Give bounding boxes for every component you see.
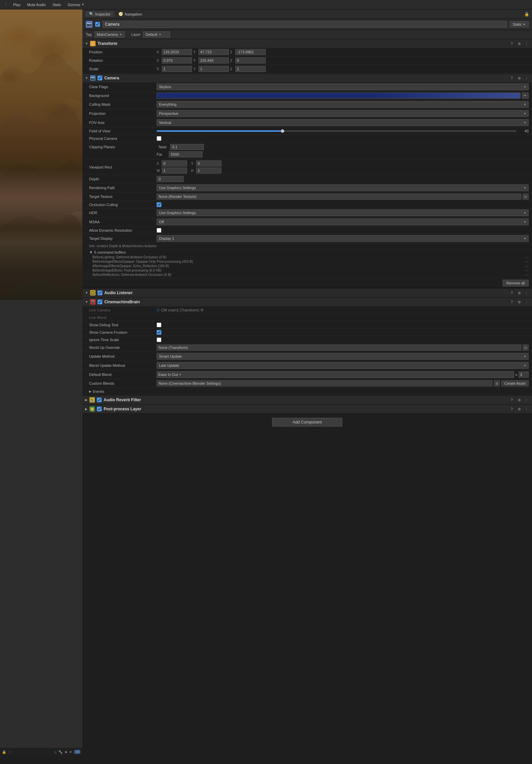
msaa-dropdown[interactable]: Off ▼ (157, 219, 529, 225)
events-row[interactable]: ▶ Events (82, 388, 532, 395)
play-button[interactable]: Play (10, 2, 23, 7)
vp-y-input[interactable] (196, 160, 221, 167)
live-camera-picker[interactable]: ⊙ (201, 308, 204, 312)
audio-reverb-check[interactable] (97, 398, 102, 402)
transform-more[interactable]: ⋮ (524, 41, 529, 46)
scene-more-icon[interactable]: ⋯ (8, 750, 11, 754)
camera-active-check[interactable] (98, 76, 102, 80)
clipping-far-input[interactable] (169, 151, 203, 157)
dynamic-resolution-checkbox[interactable] (157, 228, 161, 233)
camera-more[interactable]: ⋮ (524, 75, 529, 81)
vp-h-input[interactable] (196, 168, 221, 174)
clear-flags-dropdown[interactable]: Skybox ▼ (157, 83, 529, 90)
stats-button[interactable]: Stats (50, 2, 63, 7)
scale-y-input[interactable] (198, 66, 229, 72)
cinemachine-brain-header[interactable]: ▼ 🎬 CinemachineBrain ? ⚙ ⋮ (82, 298, 532, 306)
scene-edit-icon[interactable]: ✏ (70, 750, 72, 754)
audio-listener-more[interactable]: ⋮ (524, 290, 529, 296)
layer-dropdown[interactable]: Default ▼ (143, 31, 170, 37)
remove-all-button[interactable]: Remove all (503, 280, 529, 286)
camera-actions: ? ⚙ ⋮ (509, 75, 529, 81)
pos-x-input[interactable] (162, 49, 192, 55)
scene-lock-icon[interactable]: 🔒 (2, 750, 6, 754)
scene-tool-icon[interactable]: 🔧 (58, 750, 62, 754)
fov-axis-dropdown[interactable]: Vertical ▼ (157, 119, 529, 126)
mute-audio-button[interactable]: Mute Audio (24, 2, 48, 7)
rot-x-input[interactable] (162, 57, 192, 63)
tab-inspector[interactable]: 🔍 Inspector (85, 11, 114, 17)
transform-header[interactable]: ▼ ⬡ Transform ? ⚙ ⋮ (82, 39, 532, 48)
camera-settings[interactable]: ⚙ (516, 75, 522, 81)
transform-help[interactable]: ? (509, 41, 514, 46)
audio-listener-header[interactable]: ▼ 🎧 Audio Listener ? ⚙ ⋮ (82, 288, 532, 297)
physical-camera-checkbox[interactable] (157, 136, 161, 141)
blend-s-input[interactable] (518, 372, 529, 378)
add-component-button[interactable]: Add Component (272, 418, 343, 427)
background-color-field[interactable] (157, 93, 521, 99)
ignore-time-checkbox[interactable] (157, 337, 161, 342)
tag-dropdown[interactable]: MainCamera ▼ (95, 31, 125, 37)
cmd-buffers-header[interactable]: ▼ 5 command buffers (89, 250, 529, 254)
pos-x-field: X (157, 49, 192, 55)
fov-label: Field of View (89, 129, 157, 133)
gizmos-button[interactable]: Gizmos ▼ (65, 2, 87, 7)
show-debug-checkbox[interactable] (157, 323, 161, 327)
show-frustum-checkbox[interactable] (157, 330, 161, 335)
post-process-settings[interactable]: ⚙ (516, 406, 522, 412)
more-icon[interactable]: ⋮ (3, 2, 9, 7)
pos-y-input[interactable] (198, 49, 229, 55)
culling-mask-dropdown[interactable]: Everything ▼ (157, 101, 529, 108)
cinemachine-brain-help[interactable]: ? (509, 299, 514, 305)
audio-reverb-help[interactable]: ? (509, 397, 514, 403)
audio-reverb-more[interactable]: ⋮ (524, 397, 529, 403)
audio-reverb-settings[interactable]: ⚙ (516, 397, 522, 403)
post-process-more[interactable]: ⋮ (524, 406, 529, 412)
pos-z-input[interactable] (235, 49, 266, 55)
scene-home-icon[interactable]: ⌂ (54, 750, 56, 754)
update-method-dropdown[interactable]: Smart Update ▼ (157, 353, 529, 360)
occlusion-culling-checkbox[interactable] (157, 202, 161, 207)
audio-listener-help[interactable]: ? (509, 290, 514, 296)
static-button[interactable]: Static ▼ (510, 21, 529, 27)
hdr-dropdown[interactable]: Use Graphics Settings ▼ (157, 209, 529, 216)
scene-star-icon[interactable]: ★ (64, 750, 68, 754)
target-display-dropdown[interactable]: Display 1 ▼ (157, 235, 529, 242)
custom-blends-picker[interactable]: ⊙ (494, 380, 500, 386)
transform-settings[interactable]: ⚙ (516, 41, 522, 46)
depth-input[interactable] (157, 176, 184, 182)
live-camera-display: ⬡ CM vcam1 (Transform) ⊙ (157, 308, 204, 312)
audio-listener-settings[interactable]: ⚙ (516, 290, 522, 296)
post-process-header[interactable]: ▶ 🎨 Post-process Layer ? ⚙ ⋮ (82, 405, 532, 413)
fov-slider-track[interactable] (157, 130, 516, 132)
world-up-picker[interactable]: ⊙ (523, 345, 529, 351)
cinemachine-brain-settings[interactable]: ⚙ (516, 299, 522, 305)
background-color-picker[interactable]: ✏ (522, 93, 529, 99)
go-active-checkbox[interactable] (95, 22, 100, 27)
audio-listener-check[interactable] (98, 290, 102, 295)
target-texture-picker[interactable]: ⊙ (523, 194, 529, 200)
projection-dropdown[interactable]: Perspective ▼ (157, 110, 529, 117)
post-process-help[interactable]: ? (509, 406, 514, 412)
rot-y-input[interactable] (198, 57, 229, 63)
camera-help[interactable]: ? (509, 75, 514, 81)
tab-navigation[interactable]: 🧭 Navigation (114, 11, 146, 17)
clipping-near-input[interactable] (170, 144, 204, 150)
camera-header[interactable]: ▼ 📷 Camera ? ⚙ ⋮ (82, 74, 532, 82)
audio-reverb-header[interactable]: ▶ 🔊 Audio Reverb Filter ? ⚙ ⋮ (82, 396, 532, 404)
cinemachine-brain-check[interactable] (98, 300, 102, 304)
fov-slider-thumb[interactable] (281, 129, 284, 133)
rendering-path-dropdown[interactable]: Use Graphics Settings ▼ (157, 184, 529, 191)
lock-icon[interactable]: 🔒 (524, 12, 529, 17)
default-blend-dropdown[interactable]: Ease In Out ▼ (157, 371, 514, 378)
blend-update-dropdown[interactable]: Late Update ▼ (157, 362, 529, 369)
create-asset-button[interactable]: Create Asset (501, 380, 529, 386)
vp-w-input[interactable] (162, 168, 187, 174)
scale-z-input[interactable] (235, 66, 266, 72)
go-name-input[interactable] (103, 21, 507, 28)
post-process-check[interactable] (97, 407, 102, 411)
cinemachine-brain-more[interactable]: ⋮ (524, 299, 529, 305)
rot-z-input[interactable] (235, 57, 266, 63)
vp-x-input[interactable] (162, 160, 187, 167)
projection-label: Projection (89, 111, 157, 116)
scale-x-input[interactable] (162, 66, 192, 72)
